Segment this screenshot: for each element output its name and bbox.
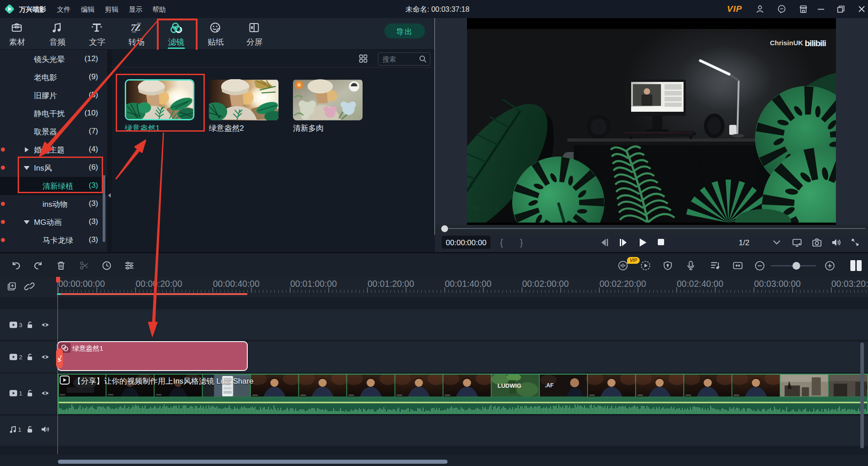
svg-text:3: 3 [19,322,22,328]
svg-text:00:00:00:00: 00:00:00:00 [58,279,105,289]
svg-text:00:00:20:00: 00:00:20:00 [136,279,182,289]
svg-text:00:00:40:00: 00:00:40:00 [213,279,259,289]
svg-text:1: 1 [18,426,21,433]
svg-text:Z: Z [134,22,141,33]
svg-text:2: 2 [19,354,22,361]
svg-text:00:02:20:00: 00:02:20:00 [599,279,646,289]
svg-text:00:02:40:00: 00:02:40:00 [677,279,723,289]
svg-text:00:03:20:00: 00:03:20:00 [831,279,868,289]
svg-text:00:02:00:00: 00:02:00:00 [522,279,569,289]
svg-text:ChrisinUK: ChrisinUK [770,39,803,47]
svg-text:bilibili: bilibili [805,38,826,48]
svg-text:00:01:20:00: 00:01:20:00 [368,279,414,289]
svg-text:00:03:00:00: 00:03:00:00 [754,279,801,289]
svg-text:00:01:00:00: 00:01:00:00 [290,279,337,289]
svg-text:1: 1 [19,390,22,397]
svg-text:00:01:40:00: 00:01:40:00 [445,279,491,289]
svg-text:.AF: .AF [545,382,553,389]
svg-text:LUDWIG: LUDWIG [498,382,522,389]
